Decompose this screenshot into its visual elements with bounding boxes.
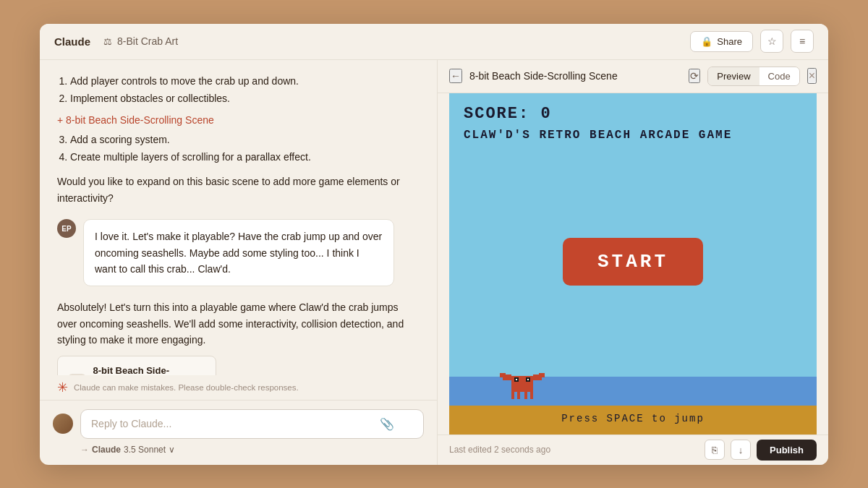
publish-button[interactable]: Publish (757, 440, 817, 461)
settings-button[interactable]: ≡ (791, 30, 814, 53)
svg-rect-11 (524, 392, 527, 399)
user-avatar: EP (57, 219, 76, 238)
project-name: 8-Bit Crab Art (117, 35, 178, 47)
preview-panel: ← 8-bit Beach Side-Scrolling Scene ⟳ Pre… (438, 60, 828, 465)
list-item-2: Implement obstacles or collectibles. (70, 90, 420, 106)
content-area: Add player controls to move the crab up … (40, 60, 828, 465)
sliders-icon: ≡ (799, 35, 805, 47)
close-preview-button[interactable]: × (807, 68, 817, 84)
top-bar: Claude ⚖ 8-Bit Crab Art 🔒 Share ☆ ≡ (40, 24, 828, 60)
star-icon: ☆ (767, 35, 777, 47)
attach-icon[interactable]: 📎 (380, 417, 394, 431)
claude-sparkle-icon: ✳ (57, 380, 68, 395)
crab-svg (500, 366, 545, 403)
download-button[interactable]: ↓ (731, 440, 751, 460)
assistant-message-1: Add player controls to move the crab up … (57, 73, 420, 207)
expand-icon: → (80, 445, 89, 455)
project-title-area: ⚖ 8-Bit Crab Art (103, 35, 178, 47)
back-arrow-icon: ← (451, 70, 461, 82)
model-version: 3.5 Sonnet (124, 445, 166, 455)
model-selector[interactable]: → Claude 3.5 Sonnet ∨ (53, 445, 424, 455)
press-space-text: Press SPACE to jump (561, 413, 705, 424)
chat-messages: Add player controls to move the crab up … (40, 60, 437, 375)
input-user-avatar (53, 414, 73, 434)
preview-title: 8-bit Beach Side-Scrolling Scene (469, 70, 681, 82)
game-floor: Press SPACE to jump (449, 377, 817, 435)
preview-header: ← 8-bit Beach Side-Scrolling Scene ⟳ Pre… (438, 60, 828, 93)
user-bubble-1: I love it. Let's make it playable? Have … (83, 219, 394, 286)
input-row: Reply to Claude... 📎 (53, 409, 424, 439)
refresh-button[interactable]: ⟳ (689, 69, 700, 83)
chevron-down-icon: ∨ (169, 445, 175, 455)
game-subtitle: CLAW'D'S RETRO BEACH ARCADE GAME (464, 129, 802, 142)
model-name: Claude (92, 445, 121, 455)
list-item-3: Add a scoring system. (70, 132, 420, 147)
tab-code[interactable]: Code (760, 67, 799, 85)
user-message-1: EP I love it. Let's make it playable? Ha… (57, 219, 420, 286)
game-middle: START (449, 147, 817, 377)
game-score: SCORE: 0 (464, 105, 802, 123)
artifact-info: 8-bit Beach Side-Scrolling Scene Open (93, 364, 205, 375)
assistant-list: Add player controls to move the crab up … (70, 73, 420, 107)
copy-footer-button[interactable]: ⎘ (705, 440, 725, 460)
chat-input-area: Reply to Claude... 📎 → Claude 3.5 Sonnet… (40, 400, 437, 465)
svg-rect-6 (500, 373, 506, 377)
last-edited-text: Last edited 2 seconds ago (449, 445, 699, 455)
refresh-icon: ⟳ (690, 70, 699, 82)
tab-preview[interactable]: Preview (708, 67, 759, 85)
main-window: Claude ⚖ 8-Bit Crab Art 🔒 Share ☆ ≡ (40, 24, 828, 465)
preview-tabs: Preview Code (707, 67, 799, 86)
artifact-mention: + 8-bit Beach Side-Scrolling Scene (57, 112, 420, 128)
assistant-message-2: Absolutely! Let's turn this into a playa… (57, 299, 420, 374)
close-icon: × (809, 69, 815, 82)
svg-rect-8 (539, 373, 545, 377)
preview-footer: Last edited 2 seconds ago ⎘ ↓ Publish (438, 435, 828, 465)
back-button[interactable]: ← (449, 69, 462, 83)
svg-rect-10 (517, 392, 520, 399)
svg-rect-4 (527, 379, 529, 380)
svg-rect-12 (530, 390, 533, 399)
game-hud: SCORE: 0 CLAW'D'S RETRO BEACH ARCADE GAM… (449, 93, 817, 147)
svg-rect-9 (511, 390, 514, 399)
app-logo: Claude (54, 35, 90, 48)
assistant-text-2: Absolutely! Let's turn this into a playa… (57, 299, 420, 348)
download-icon: ↓ (739, 445, 744, 455)
user-text-1: I love it. Let's make it playable? Have … (95, 231, 382, 275)
start-button[interactable]: START (563, 238, 703, 286)
assistant-list-2: Add a scoring system. Create multiple la… (70, 132, 420, 166)
list-item-1: Add player controls to move the crab up … (70, 73, 420, 89)
claude-disclaimer: Claude can make mistakes. Please double-… (74, 383, 299, 392)
copy-footer-icon: ⎘ (712, 445, 718, 455)
reply-input-wrapper[interactable]: Reply to Claude... 📎 (80, 409, 424, 439)
assistant-follow-up: Would you like to expand on this basic s… (57, 174, 420, 206)
chat-panel: Add player controls to move the crab up … (40, 60, 438, 465)
list-item-4: Create multiple layers of scrolling for … (70, 149, 420, 165)
crab-sprite (500, 366, 545, 407)
lock-icon: 🔒 (701, 36, 712, 47)
share-label: Share (717, 36, 742, 47)
top-bar-actions: 🔒 Share ☆ ≡ (690, 30, 814, 53)
share-button[interactable]: 🔒 Share (690, 31, 753, 52)
svg-rect-3 (516, 379, 517, 380)
star-button[interactable]: ☆ (760, 30, 783, 53)
artifact-card[interactable]: </> 8-bit Beach Side-Scrolling Scene Ope… (57, 356, 216, 375)
game-scene: SCORE: 0 CLAW'D'S RETRO BEACH ARCADE GAM… (449, 93, 817, 435)
claude-footer: ✳ Claude can make mistakes. Please doubl… (40, 375, 437, 400)
input-placeholder: Reply to Claude... (91, 418, 171, 429)
game-container: SCORE: 0 CLAW'D'S RETRO BEACH ARCADE GAM… (438, 93, 828, 435)
balance-icon: ⚖ (103, 36, 112, 47)
artifact-title: 8-bit Beach Side-Scrolling Scene (93, 364, 205, 375)
